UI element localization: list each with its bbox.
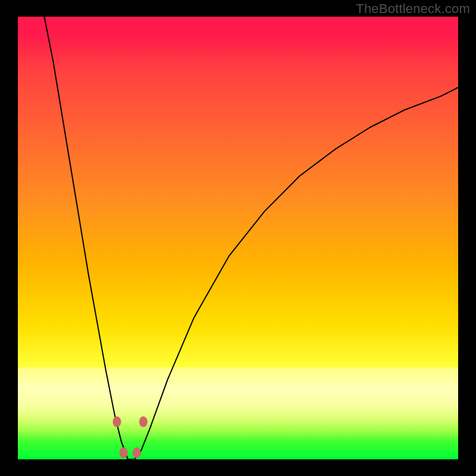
curve-marker xyxy=(139,416,148,427)
bottleneck-curve-path xyxy=(44,17,458,459)
chart-frame: TheBottleneck.com xyxy=(0,0,476,476)
plot-area xyxy=(18,17,458,459)
curve-markers xyxy=(113,416,148,458)
curve-layer xyxy=(18,17,458,459)
curve-marker xyxy=(113,416,121,427)
curve-marker xyxy=(120,447,128,458)
watermark-text: TheBottleneck.com xyxy=(356,1,470,17)
curve-marker xyxy=(133,447,141,458)
